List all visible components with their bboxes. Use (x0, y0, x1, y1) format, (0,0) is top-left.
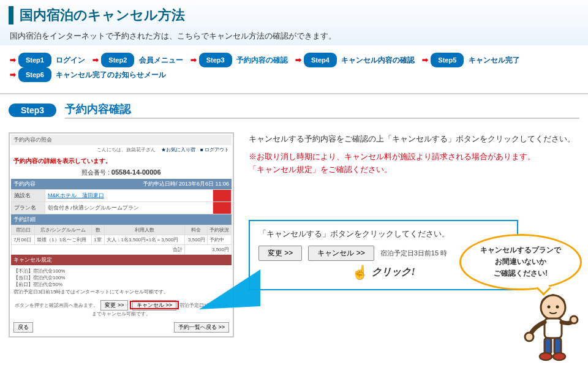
mock-timestamp: 予約申込日時/ 2013年6月6日 11:06 (143, 180, 229, 188)
arrow-icon: ➡ (10, 56, 16, 64)
mock-total-label: 合計 (12, 245, 185, 255)
svg-point-7 (540, 353, 552, 360)
step2-link[interactable]: 会員メニュー (139, 56, 183, 64)
mock-td-price: 3,500円 (185, 235, 208, 245)
page-subtitle: 国内宿泊をインターネットで予約された方は、こちらでキャンセル方法の確認ができます… (9, 31, 579, 42)
arrow-icon: ➡ (422, 56, 428, 64)
bubble-line1: キャンセルするプランで (467, 244, 574, 256)
mock-total-price: 3,500円 (185, 245, 232, 255)
separator (0, 93, 588, 94)
step3-label: 予約内容の確認 (236, 56, 288, 64)
mock-td: 禁煙（1）1名〜ご利用 (35, 235, 92, 245)
mock-greeting: こんにちは、旅急花子さん (97, 147, 156, 153)
mock-th: 利用人数 (104, 225, 184, 235)
page-title: 国内宿泊のキャンセル方法 (9, 6, 579, 24)
svg-rect-4 (545, 318, 562, 338)
mock-rule: 【前日】宿泊代金50% (13, 281, 229, 288)
svg-rect-6 (554, 338, 561, 354)
svg-point-9 (525, 333, 533, 341)
svg-point-1 (541, 295, 565, 320)
mock-row1-lbl: 施設名 (12, 190, 45, 202)
mock-logout-link: ■ ログアウト (200, 147, 229, 153)
mock-section2: 予約詳細 (13, 216, 36, 224)
mock-td: 1室 (92, 235, 105, 245)
step5-badge: Step5 (431, 53, 464, 67)
mock-change-button: 変更 >> (100, 300, 128, 311)
step3-badge: Step3 (199, 53, 232, 67)
mock-inquiry-label: 照会番号 : (81, 169, 110, 176)
svg-point-8 (553, 353, 565, 360)
mock-th: 数 (92, 225, 105, 235)
mock-rule: 【不泊】宿泊代金100% (13, 268, 229, 274)
bubble-line3: ご確認ください! (467, 268, 574, 279)
step5-link[interactable]: キャンセル完了 (469, 56, 520, 64)
mock-inquiry-no: 05584-14-00006 (111, 168, 161, 176)
mock-list-button: 予約一覧へ戻る >> (174, 322, 229, 333)
mascot-icon (524, 290, 582, 364)
current-step-title: 予約内容確認 (65, 102, 579, 119)
hand-cursor-icon: ☝ (352, 265, 368, 281)
mock-td: 7月06日 (12, 235, 35, 245)
mock-rule: 宿泊予定日3日前15時まではインターネットにてキャンセル可能です。 (13, 288, 229, 295)
step1-badge: Step1 (18, 53, 51, 67)
mock-fav-link: ★お気に入り宿 (161, 147, 195, 153)
callout-cancel-button[interactable]: キャンセル >> (308, 246, 374, 261)
mock-th: 広さ/シングルルーム (35, 225, 92, 235)
bubble-line2: お間違いないか (467, 256, 574, 268)
mock-th: 予約状況 (207, 225, 231, 235)
arrow-icon: ➡ (190, 56, 197, 64)
arrow-icon: ➡ (10, 70, 16, 79)
svg-point-10 (570, 316, 578, 323)
callout-change-button[interactable]: 変更 >> (258, 246, 302, 261)
warning-text-2: 「キャンセル規定」をご確認ください。 (249, 164, 579, 176)
mock-section3: キャンセル規定 (13, 256, 52, 264)
step4-badge: Step4 (304, 53, 337, 67)
mock-rules: 【不泊】宿泊代金100% 【当日】宿泊代金100% 【前日】宿泊代金50% 宿泊… (11, 265, 232, 298)
mock-plan-name: 朝食付き♪快適シングルルームプラン (45, 202, 213, 214)
mock-th: 宿泊日 (12, 225, 35, 235)
svg-point-2 (548, 306, 551, 309)
mock-rule: 【当日】宿泊代金100% (13, 274, 229, 281)
lead-text: キャンセルする予約内容をご確認の上「キャンセルする」ボタンをクリックしてください… (249, 132, 579, 146)
callout-note: 宿泊予定日3日前15 時 (380, 249, 447, 258)
step6-badge: Step6 (18, 67, 51, 82)
current-step-pill: Step3 (9, 104, 56, 117)
mock-td: 予約中 (207, 235, 231, 245)
svg-rect-5 (545, 338, 551, 354)
step6-link[interactable]: キャンセル完了のお知らせメール (56, 70, 166, 79)
mock-section1: 予約内容 (13, 180, 36, 188)
mock-facility-link: M&Kホテル 蒲田東口 (48, 192, 104, 198)
step1-link[interactable]: ログイン (56, 56, 85, 64)
svg-point-3 (556, 306, 559, 309)
click-label: クリック! (372, 266, 415, 279)
mock-row2-lbl: プラン名 (12, 202, 45, 214)
mock-th: 料金 (185, 225, 208, 235)
mock-back-button: 戻る (13, 322, 33, 333)
step-nav: ➡Step1 ログイン ➡Step2 会員メニュー ➡Step3 予約内容の確認… (0, 45, 588, 89)
mock-td: 大人：1名3,500円×1名＝3,500円 (104, 235, 184, 245)
mock-red-message: 予約内容の詳細を表示しています。 (11, 154, 232, 167)
mock-hint: ボタンを押すと確認画面へ進みます。 (15, 303, 98, 308)
step2-badge: Step2 (101, 53, 134, 67)
arrow-icon: ➡ (92, 56, 99, 64)
screenshot-mock: 予約内容の照会 こんにちは、旅急花子さん ★お気に入り宿 ■ ログアウト 予約内… (9, 132, 234, 337)
warning-text-1: ※お取り消し時期により、キャンセル料が施設より請求される場合があります。 (249, 151, 579, 164)
arrow-icon: ➡ (295, 56, 301, 64)
speech-bubble: キャンセルするプランで お間違いないか ご確認ください! (459, 234, 582, 290)
step4-link[interactable]: キャンセル内容の確認 (341, 56, 415, 64)
mock-heading: 予約内容の照会 (11, 135, 232, 145)
mock-cancel-button: キャンセル >> (132, 300, 176, 311)
